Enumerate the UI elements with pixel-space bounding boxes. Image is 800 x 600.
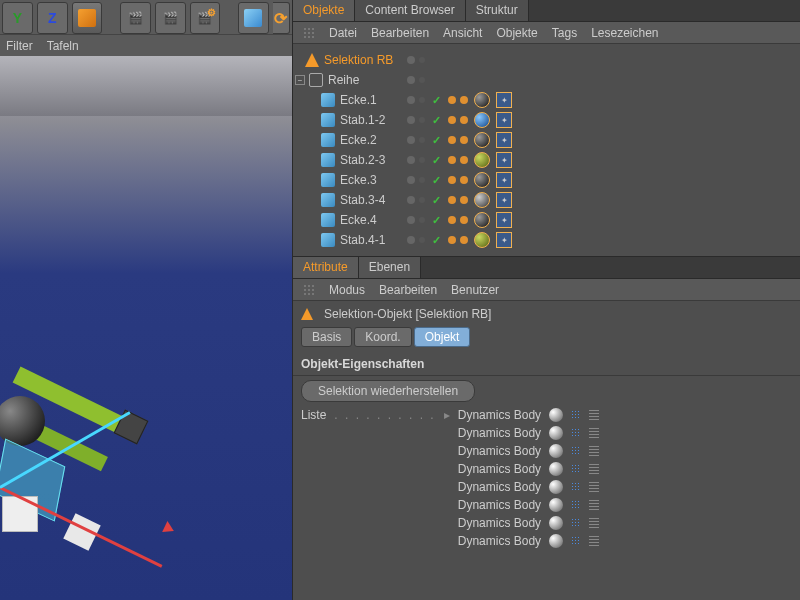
dynamics-body-row[interactable]: Dynamics Body (458, 516, 599, 530)
tab-objekt[interactable]: Objekt (414, 327, 471, 347)
material-sphere-icon[interactable] (474, 172, 490, 188)
tree-row[interactable]: Ecke.3✓✦ (295, 170, 798, 190)
menu-tags[interactable]: Tags (552, 26, 577, 40)
expander-icon[interactable]: − (295, 75, 305, 85)
tree-row[interactable]: Stab.3-4✓✦ (295, 190, 798, 210)
tag-square-icon[interactable]: ✦ (496, 92, 512, 108)
material-sphere-icon[interactable] (474, 152, 490, 168)
menu-benutzer[interactable]: Benutzer (451, 283, 499, 297)
dynamics-body-row[interactable]: Dynamics Body (458, 426, 599, 440)
material-sphere-icon[interactable] (474, 192, 490, 208)
tag-square-icon[interactable]: ✦ (496, 192, 512, 208)
clapboard-gear-button[interactable]: 🎬⚙ (190, 2, 221, 34)
menu-datei[interactable]: Datei (329, 26, 357, 40)
tag-square-icon[interactable]: ✦ (496, 112, 512, 128)
vis-dot-icon[interactable] (419, 237, 425, 243)
vis-dot-icon[interactable] (407, 236, 415, 244)
tab-attribute[interactable]: Attribute (293, 257, 359, 278)
tag-dot-icon[interactable] (448, 216, 456, 224)
material-sphere-icon[interactable] (474, 92, 490, 108)
dynamics-body-row[interactable]: Dynamics Body (458, 534, 599, 548)
tag-dot-icon[interactable] (448, 236, 456, 244)
tree-row-reihe[interactable]: − Reihe (295, 70, 798, 90)
tag-dot-icon[interactable] (448, 96, 456, 104)
tag-square-icon[interactable]: ✦ (496, 232, 512, 248)
viewport-3d[interactable] (0, 56, 292, 600)
menu-ansicht[interactable]: Ansicht (443, 26, 482, 40)
tab-koord[interactable]: Koord. (354, 327, 411, 347)
restore-selection-button[interactable]: Selektion wiederherstellen (301, 380, 475, 402)
vis-dot-icon[interactable] (407, 176, 415, 184)
menu-bearbeiten[interactable]: Bearbeiten (379, 283, 437, 297)
tree-row[interactable]: Ecke.1✓✦ (295, 90, 798, 110)
vis-dot-icon[interactable] (419, 77, 425, 83)
check-icon[interactable]: ✓ (432, 174, 441, 187)
check-icon[interactable]: ✓ (432, 114, 441, 127)
tag-square-icon[interactable]: ✦ (496, 132, 512, 148)
tag-dot-icon[interactable] (448, 156, 456, 164)
tag-square-icon[interactable]: ✦ (496, 152, 512, 168)
filter-menu[interactable]: Filter (6, 39, 33, 53)
material-sphere-icon[interactable] (474, 232, 490, 248)
dynamics-body-row[interactable]: Dynamics Body (458, 408, 599, 422)
tab-content-browser[interactable]: Content Browser (355, 0, 465, 21)
tree-row[interactable]: Stab.2-3✓✦ (295, 150, 798, 170)
tag-dot-icon[interactable] (460, 136, 468, 144)
vis-dot-icon[interactable] (407, 76, 415, 84)
vis-dot-icon[interactable] (419, 177, 425, 183)
dynamics-body-row[interactable]: Dynamics Body (458, 498, 599, 512)
tag-dot-icon[interactable] (460, 176, 468, 184)
vis-dot-icon[interactable] (407, 216, 415, 224)
render-cube-button[interactable] (238, 2, 269, 34)
check-icon[interactable]: ✓ (432, 194, 441, 207)
check-icon[interactable]: ✓ (432, 94, 441, 107)
tag-dot-icon[interactable] (460, 216, 468, 224)
vis-dot-icon[interactable] (419, 117, 425, 123)
tafeln-menu[interactable]: Tafeln (47, 39, 79, 53)
dynamics-body-row[interactable]: Dynamics Body (458, 444, 599, 458)
tag-dot-icon[interactable] (460, 116, 468, 124)
tree-row[interactable]: Stab.4-1✓✦ (295, 230, 798, 250)
vis-dot-icon[interactable] (419, 137, 425, 143)
vis-dot-icon[interactable] (407, 156, 415, 164)
clapboard-button-1[interactable]: 🎬 (120, 2, 151, 34)
menu-lesezeichen[interactable]: Lesezeichen (591, 26, 658, 40)
tab-objekte[interactable]: Objekte (293, 0, 355, 21)
tag-square-icon[interactable]: ✦ (496, 212, 512, 228)
tag-square-icon[interactable]: ✦ (496, 172, 512, 188)
tree-row-selektion[interactable]: Selektion RB (295, 50, 798, 70)
tree-row[interactable]: Ecke.4✓✦ (295, 210, 798, 230)
vis-dot-icon[interactable] (419, 217, 425, 223)
tag-dot-icon[interactable] (460, 196, 468, 204)
material-sphere-icon[interactable] (474, 212, 490, 228)
vis-dot-icon[interactable] (407, 136, 415, 144)
tab-struktur[interactable]: Struktur (466, 0, 529, 21)
vis-dot-icon[interactable] (407, 56, 415, 64)
menu-objekte[interactable]: Objekte (496, 26, 537, 40)
tag-dot-icon[interactable] (448, 136, 456, 144)
tag-dot-icon[interactable] (460, 96, 468, 104)
tag-dot-icon[interactable] (448, 116, 456, 124)
axis-y-button[interactable]: Y (2, 2, 33, 34)
vis-dot-icon[interactable] (407, 116, 415, 124)
tree-row[interactable]: Stab.1-2✓✦ (295, 110, 798, 130)
vis-dot-icon[interactable] (407, 96, 415, 104)
clapboard-button-2[interactable]: 🎬 (155, 2, 186, 34)
partial-button[interactable]: ⟳ (273, 2, 290, 34)
vis-dot-icon[interactable] (419, 97, 425, 103)
vis-dot-icon[interactable] (419, 157, 425, 163)
vis-dot-icon[interactable] (419, 197, 425, 203)
tab-ebenen[interactable]: Ebenen (359, 257, 421, 278)
cube-button[interactable] (72, 2, 103, 34)
check-icon[interactable]: ✓ (432, 134, 441, 147)
check-icon[interactable]: ✓ (432, 214, 441, 227)
axis-z-button[interactable]: Z (37, 2, 68, 34)
check-icon[interactable]: ✓ (432, 234, 441, 247)
check-icon[interactable]: ✓ (432, 154, 441, 167)
menu-bearbeiten[interactable]: Bearbeiten (371, 26, 429, 40)
vis-dot-icon[interactable] (407, 196, 415, 204)
tag-dot-icon[interactable] (460, 156, 468, 164)
dynamics-body-row[interactable]: Dynamics Body (458, 462, 599, 476)
tag-dot-icon[interactable] (448, 196, 456, 204)
material-sphere-icon[interactable] (474, 112, 490, 128)
